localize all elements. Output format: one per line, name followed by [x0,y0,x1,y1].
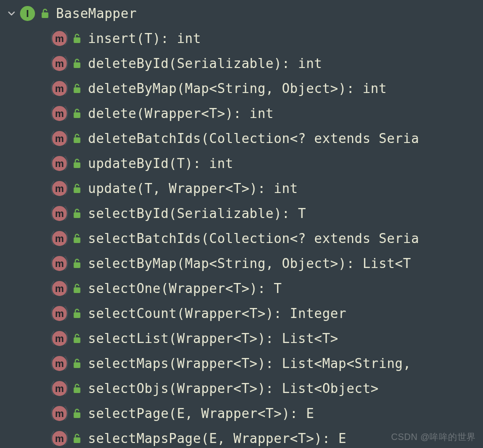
icon-letter: m [55,308,64,320]
method-icon: ( m ) [52,106,67,121]
method-icon: ( m ) [52,256,67,271]
method-icon: ( m ) [52,56,67,71]
icon-letter: m [55,208,64,220]
icon-letter: m [55,358,64,370]
structure-tree: I BaseMapper ( m ) insert(T): int ( m ) … [0,0,483,448]
method-signature: selectObjs(Wrapper<T>): List<Object> [88,381,379,396]
method-icon: ( m ) [52,356,67,371]
svg-rect-5 [74,138,80,143]
svg-rect-12 [74,312,80,318]
lock-open-icon [71,334,83,344]
lock-open-icon [71,308,83,318]
svg-rect-16 [74,412,80,418]
method-icon: ( m ) [52,181,67,196]
icon-letter: m [55,158,64,170]
tree-node-method[interactable]: ( m ) selectById(Serializable): T [0,201,483,226]
lock-open-icon [71,108,83,118]
method-icon: ( m ) [52,81,67,96]
svg-rect-10 [74,262,80,268]
tree-node-method[interactable]: ( m ) deleteByMap(Map<String, Object>): … [0,76,483,101]
method-signature: selectCount(Wrapper<T>): Integer [88,306,346,321]
svg-rect-17 [74,438,80,443]
method-icon: ( m ) [52,231,67,246]
watermark-text: CSDN @哞哞的世界 [391,431,476,443]
tree-node-method[interactable]: ( m ) delete(Wrapper<T>): int [0,101,483,126]
tree-node-method[interactable]: ( m ) updateById(T): int [0,151,483,176]
icon-letter: m [55,258,64,270]
method-signature: delete(Wrapper<T>): int [88,106,274,121]
svg-rect-13 [74,338,80,343]
method-signature: selectList(Wrapper<T>): List<T> [88,331,338,346]
tree-node-method[interactable]: ( m ) selectBatchIds(Collection<? extend… [0,226,483,251]
method-signature: selectByMap(Map<String, Object>): List<T [88,256,411,271]
lock-open-icon [71,84,83,94]
icon-letter: m [55,133,64,144]
svg-rect-15 [74,388,80,393]
method-signature: update(T, Wrapper<T>): int [88,181,298,196]
icon-letter: m [55,58,64,70]
lock-open-icon [71,134,83,144]
method-signature: deleteBatchIds(Collection<? extends Seri… [88,131,419,146]
method-signature: selectMaps(Wrapper<T>): List<Map<String, [88,356,411,371]
tree-node-method[interactable]: ( m ) selectCount(Wrapper<T>): Integer [0,301,483,326]
icon-letter: m [55,283,64,294]
icon-letter: m [55,183,64,194]
chevron-down-icon[interactable] [3,8,20,19]
lock-open-icon [71,184,83,194]
method-icon: ( m ) [52,156,67,171]
svg-rect-11 [74,288,80,293]
svg-rect-8 [74,212,80,218]
svg-rect-9 [74,238,80,243]
tree-node-method[interactable]: ( m ) update(T, Wrapper<T>): int [0,176,483,201]
lock-open-icon [71,434,83,444]
lock-open-icon [71,258,83,268]
svg-rect-1 [74,38,80,43]
lock-open-icon [71,234,83,244]
tree-node-method[interactable]: ( m ) selectPage(E, Wrapper<T>): E [0,401,483,426]
interface-icon: I [20,6,35,21]
method-signature: deleteById(Serializable): int [88,56,322,71]
icon-letter: m [55,408,64,420]
icon-letter: m [55,333,64,344]
method-signature: selectOne(Wrapper<T>): T [88,281,282,296]
icon-letter: I [26,8,29,20]
method-icon: ( m ) [52,406,67,421]
lock-open-icon [71,58,83,68]
lock-open-icon [71,358,83,368]
tree-node-method[interactable]: ( m ) selectObjs(Wrapper<T>): List<Objec… [0,376,483,401]
lock-open-icon [71,158,83,168]
svg-rect-4 [74,112,80,118]
icon-letter: m [55,433,64,444]
tree-node-interface[interactable]: I BaseMapper [0,1,483,26]
tree-node-method[interactable]: ( m ) selectOne(Wrapper<T>): T [0,276,483,301]
svg-rect-14 [74,362,80,368]
method-icon: ( m ) [52,31,67,46]
lock-open-icon [39,8,51,18]
icon-letter: m [55,33,64,44]
tree-node-method[interactable]: ( m ) insert(T): int [0,26,483,51]
lock-open-icon [71,34,83,44]
icon-letter: m [55,108,64,120]
icon-letter: m [55,383,64,394]
tree-node-method[interactable]: ( m ) deleteById(Serializable): int [0,51,483,76]
lock-open-icon [71,284,83,294]
svg-rect-0 [42,12,48,18]
method-signature: insert(T): int [88,31,201,46]
tree-node-method[interactable]: ( m ) selectMaps(Wrapper<T>): List<Map<S… [0,351,483,376]
lock-open-icon [71,408,83,418]
icon-letter: m [55,83,64,94]
method-signature: deleteByMap(Map<String, Object>): int [88,81,387,96]
method-signature: selectById(Serializable): T [88,206,306,221]
svg-rect-2 [74,62,80,68]
method-signature: selectPage(E, Wrapper<T>): E [88,406,314,421]
tree-node-method[interactable]: ( m ) deleteBatchIds(Collection<? extend… [0,126,483,151]
svg-rect-3 [74,88,80,93]
method-signature: selectMapsPage(E, Wrapper<T>): E [88,431,346,446]
method-icon: ( m ) [52,431,67,446]
interface-name: BaseMapper [56,6,137,21]
svg-rect-7 [74,188,80,193]
method-icon: ( m ) [52,381,67,396]
tree-node-method[interactable]: ( m ) selectList(Wrapper<T>): List<T> [0,326,483,351]
icon-letter: m [55,233,64,244]
tree-node-method[interactable]: ( m ) selectByMap(Map<String, Object>): … [0,251,483,276]
